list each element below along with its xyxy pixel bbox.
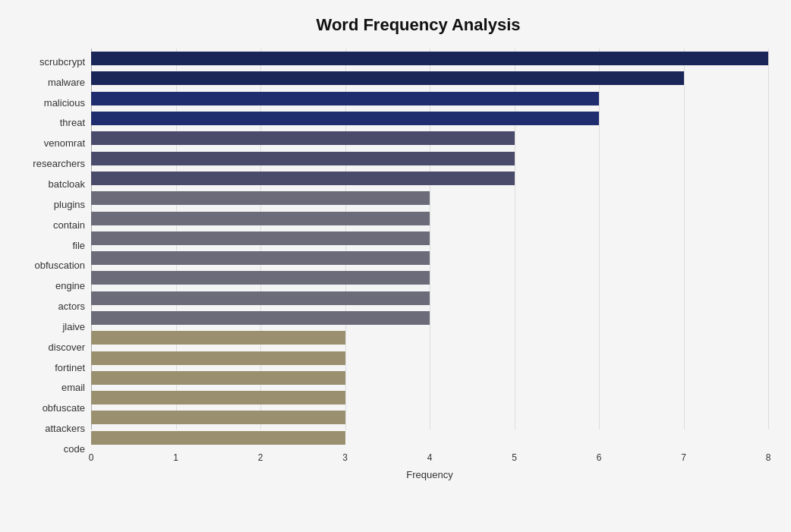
y-label: obfuscation: [8, 257, 85, 274]
bar-row: [91, 329, 768, 346]
bar-row: [91, 409, 768, 426]
bar: [91, 131, 515, 145]
bar-row: [91, 350, 768, 367]
x-tick: 8: [766, 452, 771, 463]
y-label: malware: [8, 74, 85, 90]
bar-row: [91, 269, 768, 286]
y-label: researchers: [8, 156, 85, 172]
x-axis: 012345678: [91, 451, 768, 467]
y-label: file: [8, 237, 85, 253]
bar-row: [91, 210, 768, 227]
bar: [91, 371, 345, 385]
bar-row: [91, 430, 768, 446]
bar: [91, 191, 430, 205]
x-tick: 0: [89, 452, 94, 463]
y-axis: scrubcryptmalwaremaliciousthreatvenomrat…: [8, 49, 91, 480]
bar-row: [91, 190, 768, 206]
y-label: engine: [8, 278, 85, 294]
bar: [91, 212, 430, 225]
bar-row: [91, 310, 768, 326]
bar: [91, 411, 345, 424]
bar: [91, 251, 430, 265]
y-label: venomrat: [8, 135, 85, 152]
y-label: malicious: [8, 94, 85, 111]
y-label: batcloak: [8, 175, 85, 192]
bar: [91, 92, 599, 105]
chart-title: Word Frequency Analysis: [8, 15, 768, 35]
bar: [91, 271, 430, 285]
bar-row: [91, 370, 768, 386]
y-label: discover: [8, 338, 85, 355]
y-label: fortinet: [8, 359, 85, 376]
x-tick: 4: [427, 452, 433, 463]
bar-row: [91, 290, 768, 307]
x-tick: 3: [342, 452, 348, 463]
bar: [91, 351, 345, 365]
bar: [91, 391, 345, 405]
bar-row: [91, 90, 768, 107]
bar: [91, 172, 515, 185]
x-tick: 1: [173, 452, 178, 463]
bar-row: [91, 250, 768, 266]
bar: [91, 112, 599, 125]
bar: [91, 431, 345, 445]
bar: [91, 331, 345, 345]
grid-line: [768, 49, 769, 430]
bar-row: [91, 50, 768, 67]
bar: [91, 71, 684, 85]
bar-row: [91, 150, 768, 167]
bar-row: [91, 170, 768, 187]
y-label: actors: [8, 298, 85, 315]
plot-area: 012345678 Frequency: [91, 49, 768, 480]
x-tick: 6: [597, 452, 602, 463]
y-label: scrubcrypt: [8, 53, 85, 70]
y-label: contain: [8, 216, 85, 233]
bar-row: [91, 110, 768, 127]
x-tick: 2: [258, 452, 263, 463]
y-label: plugins: [8, 196, 85, 212]
bar-row: [91, 70, 768, 87]
y-label: attackers: [8, 420, 85, 437]
y-label: email: [8, 379, 85, 396]
bar-row: [91, 130, 768, 146]
bar: [91, 311, 430, 325]
bar-row: [91, 230, 768, 247]
chart-container: Word Frequency Analysis scrubcryptmalwar…: [0, 0, 791, 532]
bars-wrapper: [91, 49, 768, 451]
bar: [91, 231, 430, 245]
x-tick: 5: [512, 452, 517, 463]
x-axis-label: Frequency: [91, 469, 768, 480]
y-label: obfuscate: [8, 400, 85, 417]
y-label: jlaive: [8, 318, 85, 335]
x-tick: 7: [681, 452, 686, 463]
bar: [91, 52, 768, 65]
y-label: threat: [8, 115, 85, 131]
bar-row: [91, 389, 768, 406]
bar: [91, 152, 515, 165]
bar: [91, 291, 430, 305]
y-label: code: [8, 440, 85, 457]
